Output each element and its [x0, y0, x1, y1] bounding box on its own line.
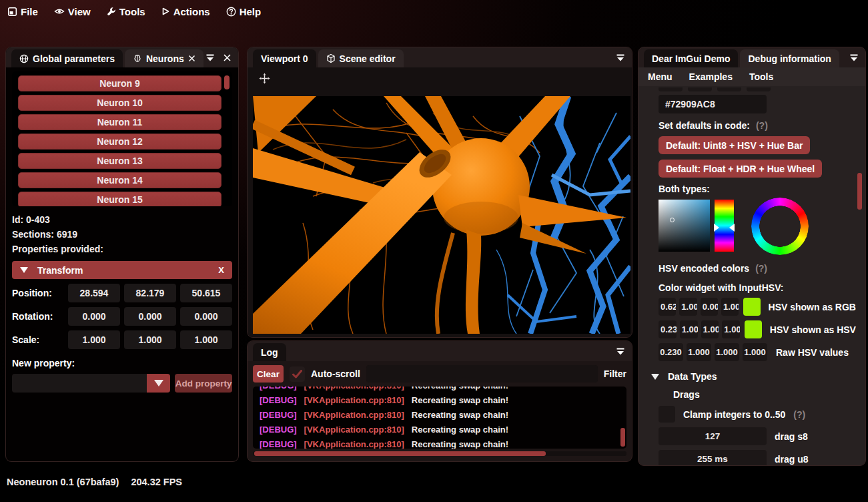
- tab-viewport-0[interactable]: Viewport 0: [253, 49, 316, 67]
- neuron-id: Id: 0-403: [12, 212, 232, 227]
- transform-close-button[interactable]: X: [218, 265, 224, 275]
- viewport-3d-scene[interactable]: [253, 96, 630, 334]
- help-marker[interactable]: (?): [793, 409, 805, 420]
- hsv-field[interactable]: 0.230: [659, 320, 677, 338]
- demo-menu-menu[interactable]: Menu: [648, 71, 673, 82]
- collapse-icon[interactable]: [616, 347, 625, 356]
- drag-s8-field[interactable]: 127: [659, 427, 767, 445]
- log-level: [DEBUG]: [260, 393, 297, 408]
- hsv-rgb-row: 0.620 1.000 0.000 1.000 HSV shown as RGB: [659, 298, 856, 316]
- log-vertical-scrollbar[interactable]: [620, 428, 625, 447]
- hsv-field[interactable]: 0.620: [659, 298, 676, 316]
- close-icon[interactable]: [223, 53, 232, 62]
- rotation-x-field[interactable]: 0.000: [68, 307, 120, 326]
- neuron-button[interactable]: Neuron 11: [18, 114, 222, 130]
- help-marker[interactable]: (?): [755, 263, 767, 274]
- right-panel-scrollbar[interactable]: [857, 173, 862, 210]
- viewport-window: Viewport 0 Scene editor: [247, 47, 632, 338]
- hsv-field[interactable]: 0.000: [701, 298, 718, 316]
- tab-global-parameters-label: Global parameters: [33, 53, 115, 64]
- neuron-list-scrollbar[interactable]: [224, 75, 230, 89]
- close-icon[interactable]: [188, 55, 195, 62]
- property-combo-button[interactable]: [147, 374, 170, 393]
- demo-menu-examples[interactable]: Examples: [689, 71, 733, 82]
- collapse-icon[interactable]: [616, 53, 625, 62]
- neuron-button[interactable]: Neuron 13: [18, 153, 222, 169]
- play-icon: [161, 7, 170, 16]
- hex-color-field[interactable]: #72909AC8: [659, 95, 767, 113]
- transform-header[interactable]: Transform X: [12, 261, 232, 279]
- default-float-button[interactable]: Default: Float + HDR + Hue Wheel: [659, 160, 822, 178]
- clipped-input[interactable]: [688, 87, 712, 91]
- collapse-icon[interactable]: [205, 53, 215, 62]
- dropdown-arrow-icon: [154, 380, 163, 387]
- hue-bar[interactable]: [715, 200, 734, 252]
- demo-menu-tools[interactable]: Tools: [749, 71, 773, 82]
- neuron-button[interactable]: Neuron 12: [18, 134, 222, 150]
- tab-neurons[interactable]: Neurons: [125, 49, 203, 67]
- log-source: [VKApplication.cpp:810]: [304, 387, 404, 393]
- log-horizontal-scrollbar-track: [253, 451, 626, 456]
- hue-wheel[interactable]: [751, 198, 809, 255]
- drag-s8-label: drag s8: [775, 431, 808, 442]
- hsv-field[interactable]: 1.000: [743, 343, 767, 361]
- position-z-field[interactable]: 50.615: [180, 284, 232, 302]
- scale-z-field[interactable]: 1.000: [180, 330, 232, 349]
- autoscroll-checkbox[interactable]: [290, 366, 305, 382]
- tab-debug-information[interactable]: Debug information: [740, 49, 839, 67]
- wrench-icon: [107, 7, 116, 16]
- clipped-input[interactable]: [659, 87, 683, 91]
- menu-help[interactable]: Help: [226, 6, 262, 17]
- clamp-checkbox[interactable]: [659, 406, 675, 423]
- log-body[interactable]: [DEBUG][VKApplication.cpp:810]Recreating…: [253, 387, 626, 449]
- hsv-field[interactable]: 1.000: [679, 298, 697, 316]
- data-types-header[interactable]: Data Types: [659, 371, 856, 382]
- position-x-field[interactable]: 28.594: [68, 284, 120, 302]
- menu-view[interactable]: View: [54, 6, 91, 17]
- set-defaults-label: Set defaults in code:: [659, 120, 750, 131]
- hsv-field[interactable]: 1.000: [701, 320, 719, 338]
- rotation-z-field[interactable]: 0.000: [180, 307, 232, 326]
- clipped-input[interactable]: [747, 87, 771, 91]
- rotation-y-field[interactable]: 0.000: [124, 307, 176, 326]
- neuron-button[interactable]: Neuron 10: [18, 95, 222, 111]
- menu-tools[interactable]: Tools: [107, 6, 145, 17]
- hsv-field[interactable]: 1.000: [687, 343, 711, 361]
- log-toolbar: Clear Auto-scroll Filter: [248, 361, 632, 385]
- log-source: [VKApplication.cpp:810]: [304, 437, 404, 449]
- add-property-button[interactable]: Add property: [175, 374, 232, 393]
- tab-scene-editor[interactable]: Scene editor: [318, 49, 404, 67]
- clear-button[interactable]: Clear: [253, 365, 284, 383]
- hsv-field[interactable]: 0.230: [659, 343, 683, 361]
- neuron-button[interactable]: Neuron 14: [18, 172, 222, 188]
- position-y-field[interactable]: 82.179: [124, 284, 176, 302]
- log-horizontal-scrollbar[interactable]: [254, 451, 546, 456]
- default-uint8-button[interactable]: Default: Uint8 + HSV + Hue Bar: [659, 136, 810, 154]
- color-swatch[interactable]: [745, 320, 762, 338]
- collapse-icon[interactable]: [849, 53, 859, 62]
- drag-u8-field[interactable]: 255 ms: [659, 450, 767, 465]
- move-icon[interactable]: [259, 73, 270, 84]
- neuron-button[interactable]: Neuron 9: [18, 75, 222, 91]
- tab-log[interactable]: Log: [253, 343, 286, 361]
- property-combo-field[interactable]: [12, 374, 147, 393]
- menu-file[interactable]: File: [7, 6, 38, 17]
- tab-global-parameters[interactable]: Global parameters: [11, 49, 123, 67]
- filter-input[interactable]: [366, 365, 598, 383]
- saturation-value-square[interactable]: [659, 200, 710, 252]
- hsv-field[interactable]: 1.000: [722, 320, 740, 338]
- help-marker[interactable]: (?): [756, 120, 768, 131]
- hsv-field[interactable]: 1.000: [715, 343, 739, 361]
- tab-dear-imgui-demo[interactable]: Dear ImGui Demo: [644, 49, 738, 67]
- color-swatch[interactable]: [743, 298, 760, 316]
- clipped-input[interactable]: [717, 87, 741, 91]
- scale-y-field[interactable]: 1.000: [124, 330, 176, 349]
- hsv-encoded-label: HSV encoded colors: [659, 263, 749, 274]
- hsv-field[interactable]: 1.000: [721, 298, 739, 316]
- menu-actions[interactable]: Actions: [161, 6, 210, 17]
- hsv-field[interactable]: 1.000: [680, 320, 698, 338]
- menu-help-label: Help: [240, 6, 262, 17]
- neuron-button[interactable]: Neuron 15: [18, 192, 222, 206]
- log-window: Log Clear Auto-scroll Filter [DEBUG][VKA…: [247, 340, 632, 462]
- scale-x-field[interactable]: 1.000: [68, 330, 120, 349]
